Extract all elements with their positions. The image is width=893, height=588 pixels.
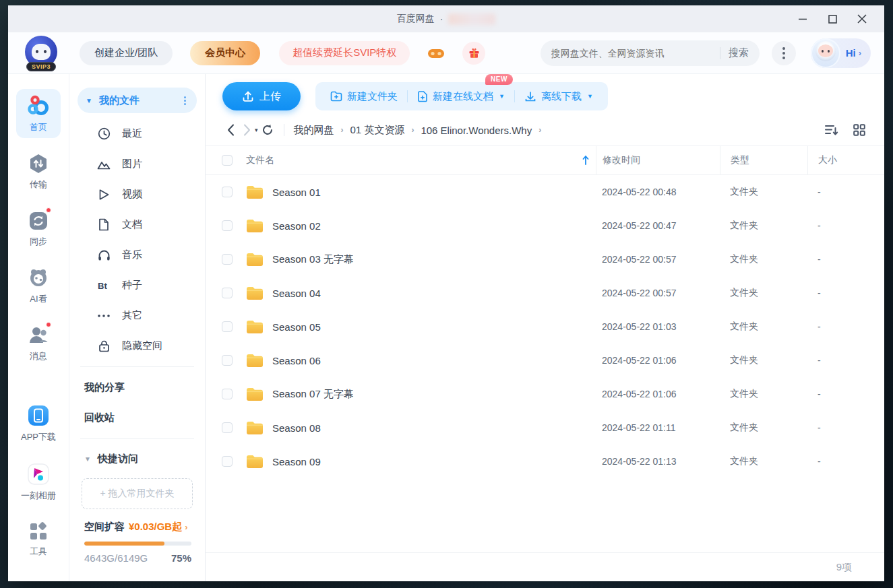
table-row[interactable]: Season 01 2024-05-22 00:48 文件夹 - xyxy=(206,175,884,209)
rail-item-sync[interactable]: 同步 xyxy=(16,205,61,253)
nav-item-other[interactable]: 其它 xyxy=(69,300,205,331)
table-row[interactable]: Season 08 2024-05-22 01:11 文件夹 - xyxy=(206,411,884,445)
lock-icon xyxy=(96,339,111,352)
back-button[interactable] xyxy=(222,122,239,138)
rail-item-label: 消息 xyxy=(30,350,47,362)
select-all-checkbox[interactable] xyxy=(222,155,233,166)
rail-item-messages[interactable]: 消息 xyxy=(16,319,61,367)
breadcrumb-item[interactable]: 我的网盘 xyxy=(294,124,334,137)
rail-item-label: 一刻相册 xyxy=(21,490,56,502)
nav-my-files[interactable]: ▼ 我的文件 xyxy=(78,88,197,113)
quick-access-header[interactable]: ▼ 快捷访问 xyxy=(69,445,205,473)
offline-download-button[interactable]: 离线下载 ▼ xyxy=(515,82,603,110)
nav-item-music[interactable]: 音乐 xyxy=(69,240,205,270)
forward-button[interactable] xyxy=(239,122,255,138)
search-button[interactable]: 搜索 xyxy=(729,46,749,59)
nav-item-hidden-space[interactable]: 隐藏空间 xyxy=(69,331,205,361)
new-folder-icon xyxy=(330,91,342,102)
quick-access-label: 快捷访问 xyxy=(98,453,138,465)
account-logo[interactable]: SVIP3 xyxy=(23,35,59,71)
nav-item-my-shares[interactable]: 我的分享 xyxy=(69,372,205,403)
file-name[interactable]: Season 06 xyxy=(272,344,596,377)
table-row[interactable]: Season 05 2024-05-22 01:03 文件夹 - xyxy=(206,310,884,344)
file-name[interactable]: Season 09 xyxy=(272,445,596,478)
user-profile-button[interactable]: Hi › xyxy=(811,38,871,68)
row-checkbox[interactable] xyxy=(222,187,233,197)
search-box[interactable]: 搜索 xyxy=(541,40,760,66)
row-checkbox[interactable] xyxy=(222,254,233,265)
game-center-button[interactable] xyxy=(425,42,448,65)
sort-ascending-icon[interactable] xyxy=(582,156,589,165)
netdisk-logo-icon xyxy=(26,94,51,117)
file-size: - xyxy=(818,321,821,332)
storage-upgrade-link[interactable]: 空间扩容 ¥0.03/GB起 › xyxy=(84,521,191,533)
row-checkbox[interactable] xyxy=(222,389,233,399)
row-checkbox[interactable] xyxy=(222,220,233,231)
table-row[interactable]: Season 07 无字幕 2024-05-22 01:06 文件夹 - xyxy=(206,377,884,411)
table-row[interactable]: Season 02 2024-05-22 00:47 文件夹 - xyxy=(206,209,884,242)
gift-button[interactable] xyxy=(462,42,485,65)
rail-item-home[interactable]: 首页 xyxy=(16,89,61,138)
nav-item-documents[interactable]: 文档 xyxy=(69,209,205,240)
upload-button[interactable]: 上传 xyxy=(222,82,301,110)
upload-label: 上传 xyxy=(259,90,281,104)
grid-view-button[interactable] xyxy=(853,124,865,136)
row-checkbox[interactable] xyxy=(222,321,233,332)
nav-item-recent[interactable]: 最近 xyxy=(69,119,205,149)
close-button[interactable] xyxy=(852,10,872,28)
column-header-type[interactable]: 类型 xyxy=(731,154,749,166)
nav-item-pictures[interactable]: 图片 xyxy=(69,149,205,179)
image-icon xyxy=(96,158,111,170)
new-online-doc-button[interactable]: NEW 新建在线文档 ▼ xyxy=(408,82,514,110)
file-type: 文件夹 xyxy=(730,186,758,198)
my-files-kebab-icon[interactable] xyxy=(181,96,189,105)
nav-item-recycle-bin[interactable]: 回收站 xyxy=(69,403,205,433)
rail-item-yike-album[interactable]: 一刻相册 xyxy=(16,457,61,507)
rail-item-label: AI看 xyxy=(30,293,47,305)
row-checkbox[interactable] xyxy=(222,422,233,433)
nav-item-torrents[interactable]: Bt 种子 xyxy=(69,270,205,300)
file-name[interactable]: Season 02 xyxy=(272,209,596,242)
minimize-button[interactable] xyxy=(793,10,813,28)
file-name[interactable]: Season 04 xyxy=(272,276,596,310)
create-team-button[interactable]: 创建企业/团队 xyxy=(80,41,173,65)
rail-item-ai-view[interactable]: AI看 xyxy=(16,262,61,310)
column-header-name[interactable]: 文件名 xyxy=(246,154,274,166)
file-name[interactable]: Season 07 无字幕 xyxy=(272,377,596,411)
file-name[interactable]: Season 05 xyxy=(272,310,596,344)
new-folder-button[interactable]: 新建文件夹 xyxy=(321,82,407,110)
rail-item-transfer[interactable]: 传输 xyxy=(16,148,61,195)
table-row[interactable]: Season 06 2024-05-22 01:06 文件夹 - xyxy=(206,344,884,377)
history-caret-icon[interactable]: ▾ xyxy=(255,127,258,133)
refresh-button[interactable] xyxy=(259,122,276,138)
drop-folder-zone[interactable]: + 拖入常用文件夹 xyxy=(82,478,193,509)
member-center-button[interactable]: 会员中心 xyxy=(190,41,260,65)
row-checkbox[interactable] xyxy=(222,288,233,298)
more-menu-button[interactable] xyxy=(772,41,796,65)
svip-promo-button[interactable]: 超值续费延长SVIP特权 xyxy=(279,41,410,65)
table-row[interactable]: Season 09 2024-05-22 01:13 文件夹 - xyxy=(206,445,884,478)
file-name[interactable]: Season 08 xyxy=(272,411,596,445)
row-checkbox[interactable] xyxy=(222,456,233,467)
upload-icon xyxy=(242,90,254,102)
breadcrumb-item[interactable]: 106 Elinor.Wonders.Why xyxy=(421,125,532,136)
table-row[interactable]: Season 04 2024-05-22 00:57 文件夹 - xyxy=(206,276,884,310)
table-row[interactable]: Season 03 无字幕 2024-05-22 00:57 文件夹 - xyxy=(206,242,884,276)
folder-icon xyxy=(246,353,264,368)
new-folder-label: 新建文件夹 xyxy=(347,90,398,103)
file-name[interactable]: Season 03 无字幕 xyxy=(272,242,596,276)
rail-item-label: 首页 xyxy=(30,121,47,133)
search-input[interactable] xyxy=(551,48,712,59)
rail-item-tools[interactable]: 工具 xyxy=(16,516,61,562)
breadcrumb-item[interactable]: 01 英文资源 xyxy=(350,124,405,137)
nav-item-videos[interactable]: 视频 xyxy=(69,179,205,209)
column-header-time[interactable]: 修改时间 xyxy=(603,154,640,166)
sort-order-button[interactable] xyxy=(825,124,838,136)
maximize-button[interactable] xyxy=(822,10,842,28)
file-name[interactable]: Season 01 xyxy=(272,175,596,209)
column-header-size[interactable]: 大小 xyxy=(818,154,837,166)
rail-item-label: APP下载 xyxy=(21,431,56,443)
row-checkbox[interactable] xyxy=(222,355,233,366)
rail-item-app-download[interactable]: APP下载 xyxy=(16,399,61,448)
collapse-triangle-icon[interactable]: ▼ xyxy=(86,97,92,104)
